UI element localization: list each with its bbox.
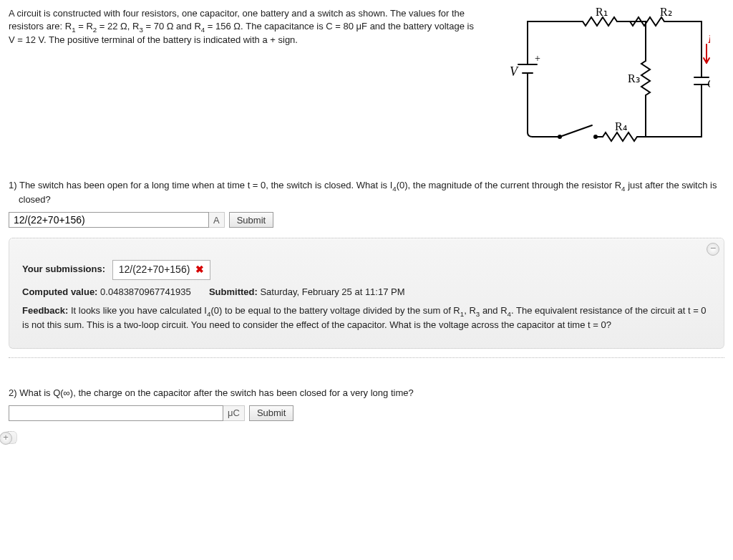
q2-submit-button[interactable]: Submit [249,405,293,421]
q2-number: 2) [9,387,17,398]
your-submissions-label: Your submissions: [22,264,105,275]
expand-toggle[interactable]: + [0,432,12,445]
submitted-label: Submitted: [209,286,258,297]
q1-text: The switch has been open for a long time… [19,180,717,205]
q2-feedback-bar: + [4,431,17,444]
divider [9,357,724,358]
q1-number: 1) [9,180,17,190]
q1-answer-input[interactable] [9,212,209,228]
q2-text: What is Q(∞), the charge on the capacito… [19,387,413,398]
feedback-label: Feedback: [22,305,68,316]
incorrect-icon: ✖ [195,264,204,275]
problem-statement: A circuit is constructed with four resis… [9,7,481,47]
q2-answer-input[interactable] [9,405,223,421]
q1-submit-button[interactable]: Submit [229,212,273,228]
computed-value-label: Computed value: [22,286,97,297]
submitted-answer-box: 12/(22+70+156) ✖ [112,260,211,280]
feedback-text: It looks like you have calculated I4(0) … [22,305,707,330]
label-V: V [510,64,519,79]
label-R2: R₂ [660,7,672,18]
q2-unit: μC [223,405,245,421]
label-R1: R₁ [596,7,608,18]
label-R3: R₃ [628,72,640,85]
label-Ic: IC [707,33,710,47]
label-R4: R₄ [615,120,627,132]
submitted-time: Saturday, February 25 at 11:17 PM [260,286,404,297]
svg-point-2 [558,135,561,138]
question-2: 2) What is Q(∞), the charge on the capac… [9,387,724,400]
circuit-diagram: V + R₁ R₂ R₃ R₄ C IC [495,7,710,150]
label-C: C [707,77,710,90]
label-plus: + [535,53,540,64]
collapse-toggle[interactable]: − [707,243,719,256]
computed-value: 0.0483870967741935 [100,286,191,297]
q1-unit: A [209,212,225,228]
feedback-panel: − Your submissions: 12/(22+70+156) ✖ Com… [9,238,724,348]
question-1: 1) The switch has been open for a long t… [9,179,724,206]
